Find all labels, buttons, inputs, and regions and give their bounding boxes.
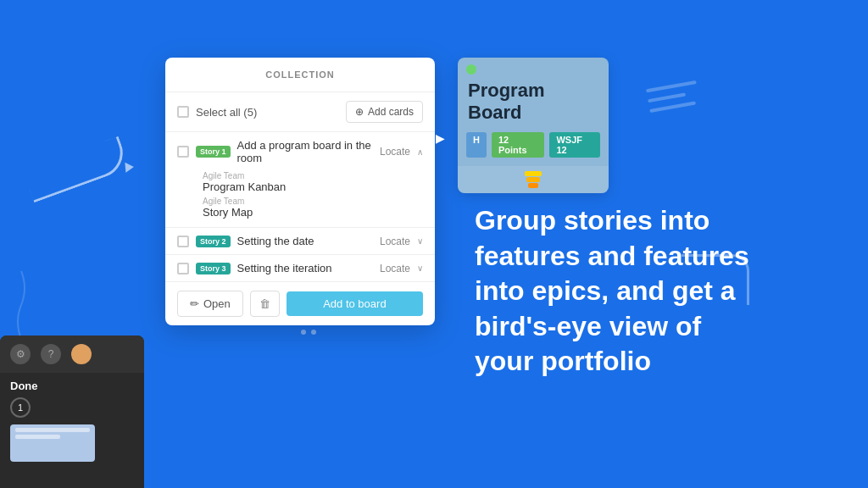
svg-point-2: [301, 330, 306, 335]
text-line-5: your portfolio: [475, 346, 651, 376]
collection-title: COLLECTION: [165, 58, 435, 92]
story-3-badge: Story 3: [196, 263, 231, 274]
chevron-down-icon-2: ∨: [417, 236, 423, 246]
add-to-board-button[interactable]: Add to board: [287, 291, 423, 316]
text-line-3: into epics, and get a: [475, 275, 736, 306]
sub-item-program-kanban: Agile Team Program Kanban: [203, 169, 423, 195]
story-2-locate-button[interactable]: Locate: [380, 236, 410, 247]
add-cards-button[interactable]: ⊕ Add cards: [346, 101, 423, 123]
story-row-3: Story 3 Setting the iteration Locate ∨: [177, 262, 423, 274]
add-cards-label: Add cards: [368, 106, 414, 118]
story-1-checkbox[interactable]: [177, 146, 189, 158]
text-line-4: bird's-eye view of: [475, 311, 701, 341]
chevron-down-icon-3: ∨: [417, 263, 423, 273]
gear-icon[interactable]: ⚙: [10, 344, 31, 364]
kanban-snippet-panel: ⚙ ? Done 1: [0, 336, 144, 488]
svg-point-3: [311, 330, 316, 335]
select-all-row: Select all (5): [177, 106, 257, 119]
tag-h: H: [466, 132, 487, 158]
program-kanban-title: Program Kanban: [203, 180, 423, 193]
marketing-headline: Group stories into features and features…: [475, 203, 831, 380]
select-all-label: Select all (5): [196, 106, 257, 119]
pencil-icon: ✏: [190, 297, 199, 310]
question-icon[interactable]: ?: [41, 344, 61, 364]
agile-team-label-2: Agile Team: [203, 197, 423, 206]
bg-line: [649, 102, 696, 113]
stack-icon: [525, 171, 542, 188]
tag-points: 12 Points: [492, 132, 544, 158]
story-2-title: Setting the date: [237, 235, 373, 247]
done-label: Done: [10, 380, 134, 392]
story-item-3: Story 3 Setting the iteration Locate ∨: [165, 255, 435, 282]
marketing-text: Group stories into features and features…: [475, 203, 831, 380]
delete-button[interactable]: 🗑: [250, 291, 280, 317]
bg-line: [646, 80, 697, 92]
bg-arrow-decoration: [23, 136, 130, 203]
program-board-status-dot: [466, 64, 476, 75]
program-board-icon-row: [458, 166, 609, 193]
story-3-title: Setting the iteration: [237, 262, 373, 274]
program-board-card: Program Board H 12 Points WSJF 12: [458, 58, 609, 193]
story-1-badge: Story 1: [196, 146, 231, 158]
story-item-1: Story 1 Add a program board in the room …: [165, 132, 435, 228]
panel-header: ⚙ ?: [0, 336, 144, 373]
story-2-checkbox[interactable]: [177, 236, 189, 247]
story-3-checkbox[interactable]: [177, 263, 189, 274]
collection-toolbar: Select all (5) ⊕ Add cards: [165, 92, 435, 132]
story-row-2: Story 2 Setting the date Locate ∨: [177, 235, 423, 247]
story-1-expanded-content: Agile Team Program Kanban Agile Team Sto…: [177, 164, 423, 220]
collection-footer: ✏ Open 🗑 Add to board: [165, 282, 435, 325]
program-board-tags: H 12 Points WSJF 12: [458, 132, 609, 166]
select-all-checkbox[interactable]: [177, 106, 189, 118]
trash-icon: 🗑: [259, 297, 270, 310]
text-line-1: Group stories into: [475, 205, 709, 236]
open-label: Open: [203, 297, 231, 310]
avatar-icon[interactable]: [71, 344, 92, 364]
story-map-title: Story Map: [203, 206, 423, 219]
story-item-2: Story 2 Setting the date Locate ∨: [165, 228, 435, 255]
done-count-badge: 1: [10, 397, 31, 418]
collection-modal: COLLECTION Select all (5) ⊕ Add cards St…: [165, 58, 435, 325]
sub-item-story-map: Agile Team Story Map: [203, 195, 423, 220]
story-1-title: Add a program board in the room: [237, 139, 373, 164]
story-row-1: Story 1 Add a program board in the room …: [177, 139, 423, 164]
agile-team-label-1: Agile Team: [203, 171, 423, 180]
text-line-2: features and features: [475, 241, 749, 271]
chevron-up-icon: ∧: [417, 147, 423, 157]
mini-card: [10, 424, 95, 462]
story-1-locate-button[interactable]: Locate: [380, 146, 410, 158]
plus-circle-icon: ⊕: [355, 106, 364, 118]
panel-body: Done 1: [0, 373, 144, 469]
program-board-title: Program Board: [458, 76, 609, 132]
tag-wsjf: WSJF 12: [549, 132, 600, 158]
bg-squiggle-decoration: [13, 271, 30, 339]
bg-line: [648, 92, 686, 103]
open-button[interactable]: ✏ Open: [177, 291, 243, 317]
bg-lines-decoration: [646, 80, 700, 113]
story-2-badge: Story 2: [196, 236, 231, 247]
arrow-right-icon: ▶: [436, 131, 445, 145]
story-3-locate-button[interactable]: Locate: [380, 263, 410, 274]
add-to-board-label: Add to board: [323, 297, 386, 310]
